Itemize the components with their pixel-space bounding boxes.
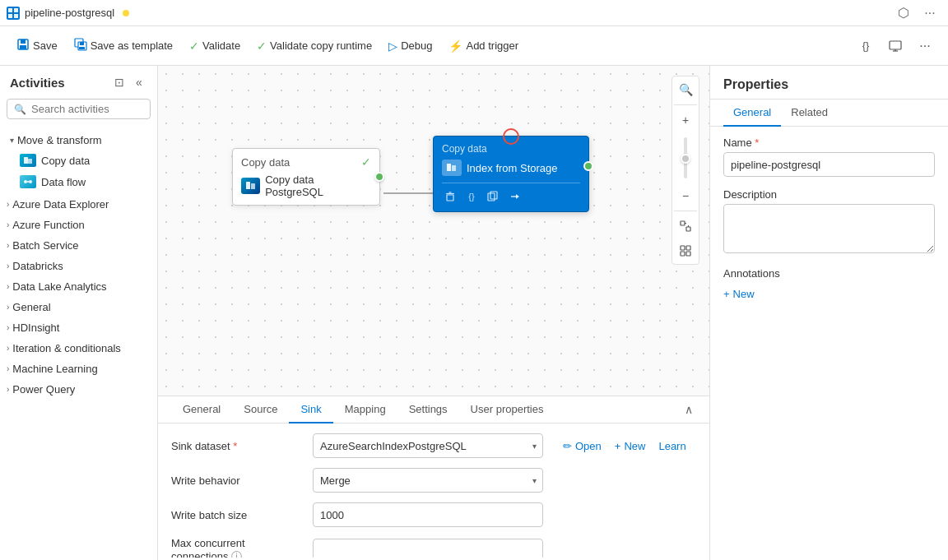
props-description-input[interactable] — [723, 204, 935, 253]
sidebar-item-data-flow[interactable]: Data flow ⓘ ⋯ — [7, 171, 151, 192]
sidebar-item-hdinsight[interactable]: › HDInsight — [0, 317, 157, 338]
node-index-icon — [442, 160, 462, 176]
node-connect-button[interactable] — [506, 188, 523, 205]
props-tab-related[interactable]: Related — [781, 100, 838, 127]
props-new-annotation-button[interactable]: + New — [723, 286, 755, 302]
node-delete-button[interactable] — [442, 188, 458, 205]
move-transform-header[interactable]: ▾ Move & transform — [7, 131, 151, 150]
save-as-template-button[interactable]: Save as template — [67, 35, 179, 57]
node-copy-button[interactable] — [485, 188, 501, 205]
data-flow-info-btn[interactable]: ⓘ — [116, 175, 129, 188]
debug-button[interactable]: ▷ Debug — [382, 36, 439, 56]
grid-view-button[interactable] — [674, 239, 697, 262]
props-tabs: General Related — [710, 100, 948, 127]
node-index-storage[interactable]: Copy data Index from Storage — [433, 136, 589, 212]
max-concurrent-input[interactable] — [313, 539, 543, 558]
sidebar-item-iteration-conditionals[interactable]: › Iteration & conditionals — [0, 338, 157, 359]
zoom-out-button[interactable]: − — [674, 184, 697, 207]
azure-function-chevron: › — [7, 220, 9, 229]
hdinsight-label: HDInsight — [12, 322, 59, 334]
save-button[interactable]: Save — [10, 35, 64, 57]
power-query-label: Power Query — [12, 383, 75, 396]
sidebar-item-databricks[interactable]: › Databricks — [0, 256, 157, 276]
move-transform-label: Move & transform — [17, 134, 102, 146]
node-index-connector — [583, 161, 593, 171]
tab-user-properties[interactable]: User properties — [459, 396, 555, 423]
canvas-controls: 🔍 + − — [672, 76, 699, 265]
svg-rect-19 — [681, 221, 685, 225]
hdinsight-chevron: › — [7, 323, 9, 332]
sidebar-item-general[interactable]: › General — [0, 297, 157, 317]
data-flow-label: Data flow — [41, 176, 86, 188]
tab-sink[interactable]: Sink — [289, 396, 332, 423]
search-input[interactable] — [31, 103, 158, 115]
pipeline-canvas[interactable]: 🔍 + − — [158, 66, 709, 396]
monitor-button[interactable] — [882, 33, 908, 59]
more-menu-button[interactable]: ··· — [912, 33, 938, 59]
node-copy-postgresql[interactable]: Copy data ✓ Copy data PostgreSQL — [232, 148, 380, 206]
sidebar-item-copy-data[interactable]: Copy data ⓘ ⋯ — [7, 150, 151, 171]
sidebar-item-azure-data-explorer[interactable]: › Azure Data Explorer — [0, 194, 157, 215]
sidebar-filter-button[interactable]: ⊡ — [111, 74, 128, 90]
learn-button[interactable]: Learn — [655, 438, 689, 454]
add-trigger-button[interactable]: ⚡ Add trigger — [442, 36, 525, 56]
pipeline-title: pipeline-postgresql — [25, 7, 114, 19]
bottom-collapse-button[interactable]: ∧ — [681, 400, 696, 419]
canvas-ctrl-sep1 — [674, 104, 697, 105]
add-trigger-label: Add trigger — [466, 39, 518, 52]
write-behavior-select[interactable]: Merge Upload — [313, 468, 543, 493]
node-code-button[interactable]: {} — [463, 188, 480, 205]
restore-button[interactable]: ⬡ — [892, 2, 915, 25]
machine-learning-chevron: › — [7, 364, 9, 373]
props-tab-general[interactable]: General — [723, 100, 781, 127]
validate-icon: ✓ — [189, 39, 199, 53]
tab-source[interactable]: Source — [232, 396, 289, 423]
svg-rect-27 — [246, 182, 250, 189]
zoom-in-button[interactable]: + — [674, 109, 697, 132]
svg-rect-33 — [447, 195, 453, 201]
validate-button[interactable]: ✓ Validate — [183, 36, 247, 56]
props-title: Properties — [710, 66, 948, 100]
sidebar-item-machine-learning[interactable]: › Machine Learning — [0, 359, 157, 379]
save-icon — [16, 38, 30, 53]
copy-data-more-btn[interactable]: ⋯ — [131, 154, 144, 167]
fit-view-button[interactable] — [674, 215, 697, 238]
data-flow-more-btn[interactable]: ⋯ — [131, 175, 144, 188]
props-name-input[interactable] — [723, 152, 935, 177]
sidebar-item-batch-service[interactable]: › Batch Service — [0, 235, 157, 256]
props-name-label: Name — [723, 137, 935, 149]
main-layout: Activities ⊡ « 🔍 ▾ Move & transform — [0, 66, 948, 560]
svg-rect-31 — [447, 164, 451, 171]
copy-data-info-btn[interactable]: ⓘ — [116, 154, 129, 167]
tab-general[interactable]: General — [171, 396, 232, 423]
validate-copy-runtime-button[interactable]: ✓ Validate copy runtime — [250, 36, 379, 56]
zoom-track — [684, 137, 687, 178]
svg-rect-10 — [79, 47, 85, 49]
code-view-button[interactable]: {} — [853, 33, 879, 59]
write-behavior-row: Write behavior Merge Upload ▾ — [171, 468, 696, 493]
tab-mapping[interactable]: Mapping — [333, 396, 397, 423]
sink-dataset-row: Sink dataset AzureSearchIndexPostgreSQL … — [171, 433, 696, 458]
general-label: General — [12, 301, 50, 313]
sidebar-item-data-lake-analytics[interactable]: › Data Lake Analytics — [0, 276, 157, 297]
node-postgresql-icon — [241, 178, 260, 194]
sink-dataset-select[interactable]: AzureSearchIndexPostgreSQL — [313, 433, 543, 458]
zoom-slider[interactable] — [674, 133, 697, 183]
write-batch-size-input[interactable] — [313, 502, 543, 527]
sidebar-item-azure-function[interactable]: › Azure Function — [0, 215, 157, 235]
more-options-button[interactable]: ··· — [918, 2, 941, 25]
learn-label: Learn — [658, 440, 685, 452]
new-dataset-button[interactable]: + New — [611, 438, 649, 454]
validate-copy-icon: ✓ — [257, 39, 267, 53]
bottom-tabs: General Source Sink Mapping Settings Use… — [158, 396, 709, 423]
sidebar-item-power-query[interactable]: › Power Query — [0, 379, 157, 400]
sidebar-collapse-button[interactable]: « — [131, 74, 147, 90]
search-canvas-button[interactable]: 🔍 — [674, 78, 697, 101]
svg-rect-1 — [14, 8, 18, 12]
tab-settings[interactable]: Settings — [397, 396, 459, 423]
bottom-content: Sink dataset AzureSearchIndexPostgreSQL … — [158, 423, 709, 558]
new-annotation-label: New — [733, 288, 755, 300]
unsaved-indicator — [123, 10, 129, 16]
open-dataset-button[interactable]: ✏ Open — [560, 438, 605, 454]
open-label: Open — [575, 440, 602, 452]
